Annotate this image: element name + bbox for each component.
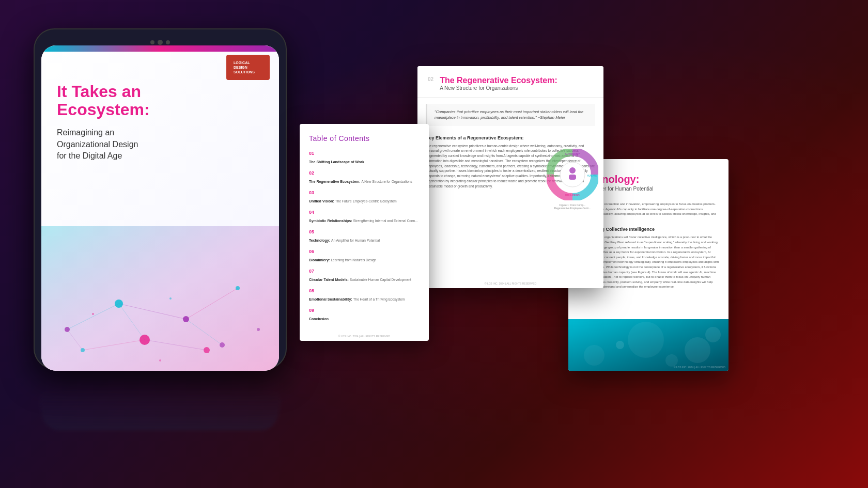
- svg-point-15: [65, 327, 70, 332]
- toc-item-desc: Strengthening Internal and External Conn…: [353, 219, 418, 223]
- toc-num: 01: [309, 151, 420, 156]
- regen-body-title: Key Elements of a Regenerative Ecosystem…: [426, 135, 595, 140]
- cover-logo-area: LOGICAL DESIGN SOLUTIONS: [226, 55, 270, 80]
- tablet-screen: LOGICAL DESIGN SOLUTIONS It Takes an Eco…: [41, 45, 279, 371]
- toc-item: 04 Symbiotic Relationships: Strengthenin…: [309, 210, 420, 224]
- regen-page: 02 The Regenerative Ecosystem: A New Str…: [417, 66, 603, 288]
- regen-page-subtitle: A New Structure for Organizations: [440, 85, 557, 91]
- toc-item-desc: A New Structure for Organizations: [362, 180, 412, 183]
- toc-item-title: The Shifting Landscape of Work: [309, 160, 364, 164]
- svg-point-12: [115, 300, 123, 308]
- svg-point-21: [169, 297, 172, 300]
- cover-logo-text: LOGICAL DESIGN SOLUTIONS: [233, 59, 264, 76]
- toc-item-title: Biomimicry:: [309, 258, 331, 262]
- toc-item-desc: The Heart of a Thriving Ecosystem: [353, 297, 405, 301]
- toc-num: 03: [309, 190, 420, 195]
- tablet: LOGICAL DESIGN SOLUTIONS It Takes an Eco…: [34, 28, 287, 390]
- tablet-dot: [150, 40, 154, 44]
- svg-text:WELL-BEING: WELL-BEING: [565, 194, 580, 197]
- svg-point-16: [236, 286, 240, 290]
- svg-point-38: [665, 354, 678, 367]
- svg-rect-27: [569, 175, 576, 180]
- cover-header-bar: [41, 45, 279, 52]
- tablet-dot: [166, 40, 170, 44]
- regen-quote: "Companies that prioritize employees as …: [426, 104, 595, 126]
- toc-page: Table of Contents 01 The Shifting Landsc…: [300, 124, 429, 341]
- regen-page-header: 02 The Regenerative Ecosystem: A New Str…: [417, 66, 603, 98]
- toc-content: Table of Contents 01 The Shifting Landsc…: [300, 124, 429, 338]
- toc-num: 04: [309, 210, 420, 215]
- toc-item-title: Unified Vision:: [309, 199, 335, 203]
- toc-item-title: Conclusion: [309, 317, 329, 321]
- tablet-reflection: [37, 389, 284, 430]
- cover-subtitle: Reimagining an Organizational Design for…: [57, 127, 264, 162]
- toc-item-title: Symbiotic Relationships:: [309, 219, 353, 223]
- svg-point-18: [81, 348, 85, 352]
- regen-diagram-area: AUTONOMY HUMANS WELL-BEING AI AGENTS Fig…: [547, 149, 598, 200]
- regen-page-num: 02: [428, 76, 433, 82]
- svg-point-34: [628, 322, 664, 358]
- toc-num: 07: [309, 269, 420, 274]
- toc-item-title: Circular Talent Models:: [309, 278, 350, 281]
- toc-item-desc: Sustainable Human Capital Development: [350, 278, 411, 281]
- svg-rect-3: [41, 226, 279, 371]
- toc-num: 08: [309, 288, 420, 293]
- cover-page: LOGICAL DESIGN SOLUTIONS It Takes an Eco…: [41, 45, 279, 371]
- svg-point-17: [204, 347, 210, 353]
- toc-num: 06: [309, 249, 420, 254]
- tablet-camera-bar: [150, 40, 170, 45]
- toc-item: 02 The Regenerative Ecosystem: A New Str…: [309, 170, 420, 185]
- svg-text:LOGICAL: LOGICAL: [234, 61, 250, 65]
- toc-item-desc: The Future Employee-Centric Ecosystem: [335, 199, 397, 203]
- svg-point-14: [140, 335, 150, 345]
- svg-point-26: [569, 167, 576, 174]
- svg-text:DESIGN: DESIGN: [234, 66, 247, 69]
- svg-point-35: [685, 337, 710, 363]
- svg-text:AI AGENTS: AI AGENTS: [547, 175, 558, 177]
- svg-point-36: [705, 327, 721, 342]
- toc-item-title: Technology:: [309, 239, 331, 242]
- toc-item: 06 Biomimicry: Learning from Nature's De…: [309, 249, 420, 263]
- toc-num: 02: [309, 170, 420, 176]
- cover-title-line1: It Takes an: [57, 82, 141, 101]
- toc-item: 03 Unified Vision: The Future Employee-C…: [309, 190, 420, 204]
- cover-network-bg: [41, 226, 279, 371]
- toc-item: 01 The Shifting Landscape of Work: [309, 151, 420, 165]
- svg-point-19: [220, 342, 225, 348]
- toc-item: 05 Technology: An Amplifier for Human Po…: [309, 229, 420, 244]
- svg-point-20: [92, 313, 94, 315]
- toc-item-desc: Learning from Nature's Design: [331, 258, 376, 262]
- tech-footer-img: © LDS INC. 2024 | ALL RIGHTS RESERVED: [568, 319, 729, 371]
- toc-footer: © LDS INC. 2024 | ALL RIGHTS RESERVED: [300, 335, 429, 338]
- svg-point-33: [584, 345, 605, 366]
- svg-point-23: [159, 359, 161, 361]
- toc-item: 09 Conclusion: [309, 308, 420, 322]
- toc-item: 08 Emotional Sustainability: The Heart o…: [309, 288, 420, 303]
- toc-item-title: Emotional Sustainability:: [309, 297, 353, 301]
- svg-point-37: [616, 341, 624, 349]
- toc-num: 05: [309, 229, 420, 234]
- cover-title-line2: Ecosystem:: [57, 100, 150, 119]
- cover-main-title: It Takes an Ecosystem:: [57, 83, 264, 119]
- toc-item: 07 Circular Talent Models: Sustainable H…: [309, 269, 420, 283]
- tablet-dot: [158, 40, 163, 45]
- regen-page-title: The Regenerative Ecosystem:: [440, 75, 557, 85]
- toc-title: Table of Contents: [309, 134, 420, 143]
- toc-item-title: The Regenerative Ecosystem:: [309, 180, 362, 183]
- regen-footer: © LDS INC. 2024 | ALL RIGHTS RESERVED: [417, 282, 603, 285]
- svg-text:AUTONOMY: AUTONOMY: [565, 152, 580, 155]
- svg-text:HUMANS: HUMANS: [587, 175, 597, 177]
- svg-point-13: [183, 316, 189, 322]
- toc-num: 09: [309, 308, 420, 313]
- tech-footer-text: © LDS INC. 2024 | ALL RIGHTS RESERVED: [674, 366, 725, 369]
- tablet-body: LOGICAL DESIGN SOLUTIONS It Takes an Eco…: [34, 28, 287, 369]
- toc-item-desc: An Amplifier for Human Potential: [331, 239, 380, 242]
- svg-point-22: [257, 328, 260, 331]
- svg-text:SOLUTIONS: SOLUTIONS: [234, 70, 255, 74]
